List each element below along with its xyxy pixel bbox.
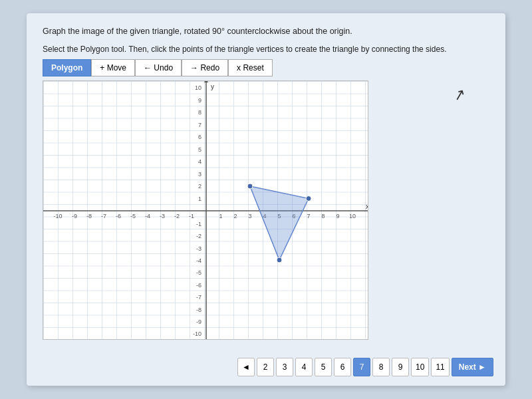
svg-text:y: y — [211, 83, 214, 90]
svg-text:-2: -2 — [174, 213, 180, 219]
page-11-button[interactable]: 11 — [431, 358, 449, 376]
svg-text:-5: -5 — [130, 213, 136, 219]
svg-text:2: 2 — [233, 213, 237, 219]
svg-text:-7: -7 — [196, 294, 201, 301]
svg-marker-5 — [204, 81, 208, 82]
svg-text:6: 6 — [198, 134, 201, 140]
page-container: Graph the image of the given triangle, r… — [27, 13, 505, 386]
svg-point-49 — [247, 184, 253, 189]
svg-text:10: 10 — [195, 84, 201, 91]
svg-text:-10: -10 — [193, 331, 201, 337]
svg-text:-1: -1 — [196, 221, 201, 227]
svg-text:-8: -8 — [196, 307, 201, 313]
svg-text:-6: -6 — [196, 282, 201, 289]
page-3-button[interactable]: 3 — [276, 358, 293, 376]
page-7-button[interactable]: 7 — [353, 358, 370, 376]
redo-button[interactable]: → Redo — [182, 59, 228, 76]
svg-text:-8: -8 — [86, 213, 92, 219]
page-5-button[interactable]: 5 — [315, 358, 332, 376]
page-9-button[interactable]: 9 — [392, 358, 409, 376]
svg-text:-3: -3 — [196, 245, 201, 252]
undo-button[interactable]: ← Undo — [135, 59, 182, 76]
graph-svg: x y 1 2 3 4 5 6 7 8 9 10 -1 -2 -3 -4 -5 … — [43, 81, 368, 340]
svg-text:7: 7 — [198, 122, 201, 128]
svg-text:2: 2 — [198, 183, 201, 190]
prev-page-button[interactable]: ◄ — [237, 358, 255, 376]
svg-text:10: 10 — [349, 213, 356, 219]
svg-text:8: 8 — [321, 213, 325, 219]
svg-text:-4: -4 — [145, 213, 150, 219]
svg-text:3: 3 — [198, 171, 201, 178]
page-4-button[interactable]: 4 — [295, 358, 313, 376]
svg-text:1: 1 — [198, 196, 201, 202]
svg-text:-3: -3 — [160, 213, 165, 219]
svg-text:-9: -9 — [72, 213, 77, 219]
svg-text:1: 1 — [219, 213, 222, 219]
reset-button[interactable]: x Reset — [228, 59, 273, 76]
next-button[interactable]: Next ► — [452, 358, 493, 376]
svg-text:-1: -1 — [189, 213, 194, 219]
svg-text:-9: -9 — [196, 319, 201, 325]
svg-text:9: 9 — [336, 213, 339, 219]
svg-point-51 — [277, 257, 282, 263]
svg-text:-4: -4 — [196, 257, 201, 264]
toolbar: Polygon + Move ← Undo → Redo x Reset — [43, 59, 489, 76]
move-button[interactable]: + Move — [91, 59, 135, 76]
page-2-button[interactable]: 2 — [257, 358, 274, 376]
polygon-button[interactable]: Polygon — [43, 59, 91, 76]
svg-text:-10: -10 — [53, 213, 62, 219]
page-6-button[interactable]: 6 — [334, 358, 351, 376]
svg-text:-5: -5 — [196, 269, 201, 276]
svg-text:3: 3 — [248, 213, 251, 219]
svg-text:9: 9 — [198, 97, 201, 104]
graph-area[interactable]: x y 1 2 3 4 5 6 7 8 9 10 -1 -2 -3 -4 -5 … — [43, 80, 368, 340]
svg-text:-2: -2 — [196, 233, 201, 239]
svg-text:x: x — [366, 203, 368, 210]
svg-text:-6: -6 — [116, 213, 121, 219]
svg-text:7: 7 — [307, 213, 310, 219]
svg-text:-7: -7 — [101, 213, 106, 219]
page-10-button[interactable]: 10 — [411, 358, 429, 376]
cursor-arrow: ↗ — [452, 85, 467, 105]
instruction-text: Graph the image of the given triangle, r… — [43, 25, 489, 38]
svg-text:5: 5 — [198, 146, 201, 153]
select-text: Select the Polygon tool. Then, click the… — [43, 45, 489, 54]
page-8-button[interactable]: 8 — [372, 358, 390, 376]
svg-text:8: 8 — [198, 109, 201, 116]
pagination: ◄ 2 3 4 5 6 7 8 9 10 11 Next ► — [237, 358, 493, 376]
svg-point-50 — [306, 196, 311, 201]
svg-marker-4 — [368, 209, 368, 213]
svg-text:4: 4 — [198, 158, 201, 165]
